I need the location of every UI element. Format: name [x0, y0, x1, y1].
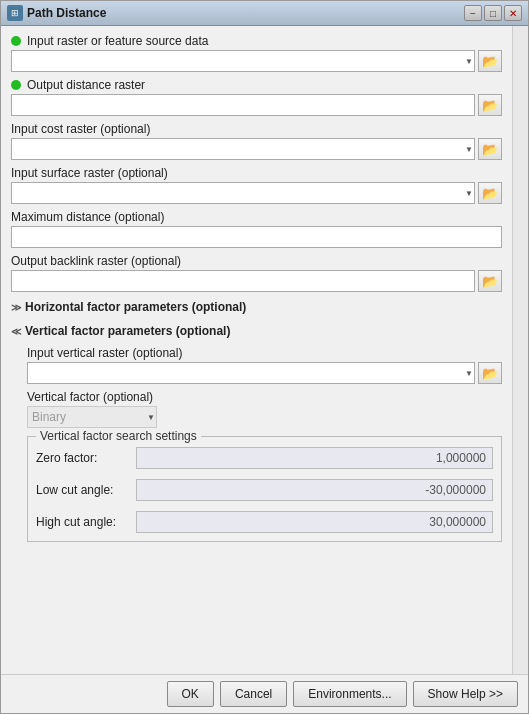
zero-factor-row: Zero factor:: [36, 447, 493, 469]
zero-factor-input[interactable]: [136, 447, 493, 469]
input-surface-select[interactable]: [11, 182, 475, 204]
input-raster-select[interactable]: [11, 50, 475, 72]
output-distance-folder-button[interactable]: 📂: [478, 94, 502, 116]
input-vertical-label: Input vertical raster (optional): [27, 346, 502, 360]
output-distance-label-row: Output distance raster: [11, 78, 502, 92]
input-vertical-select[interactable]: [27, 362, 475, 384]
folder-icon-6: 📂: [482, 366, 498, 381]
input-raster-folder-button[interactable]: 📂: [478, 50, 502, 72]
output-backlink-input[interactable]: [11, 270, 475, 292]
form-content: Input raster or feature source data ▼ 📂: [1, 26, 512, 674]
input-surface-input-row: ▼ 📂: [11, 182, 502, 204]
output-backlink-group: Output backlink raster (optional) 📂: [11, 254, 502, 292]
input-vertical-folder-button[interactable]: 📂: [478, 362, 502, 384]
vertical-factor-group: Vertical factor (optional) Binary ▼: [27, 390, 502, 428]
horizontal-section-label: Horizontal factor parameters (optional): [25, 300, 246, 314]
main-window: ⊞ Path Distance − □ ✕ Input raster or fe…: [0, 0, 529, 714]
vertical-section-header[interactable]: ≪ Vertical factor parameters (optional): [11, 322, 502, 340]
vertical-expand-icon: ≪: [11, 326, 21, 337]
output-distance-input[interactable]: [11, 94, 475, 116]
output-distance-indicator: [11, 80, 21, 90]
folder-icon-2: 📂: [482, 98, 498, 113]
groupbox-title: Vertical factor search settings: [36, 429, 201, 443]
scrollbar[interactable]: [512, 26, 528, 674]
minimize-button[interactable]: −: [464, 5, 482, 21]
titlebar-left: ⊞ Path Distance: [7, 5, 106, 21]
input-raster-label: Input raster or feature source data: [27, 34, 208, 48]
output-distance-label: Output distance raster: [27, 78, 145, 92]
zero-factor-label: Zero factor:: [36, 451, 126, 465]
max-distance-label: Maximum distance (optional): [11, 210, 502, 224]
high-cut-row: High cut angle:: [36, 511, 493, 533]
vertical-factor-groupbox: Vertical factor search settings Zero fac…: [27, 436, 502, 542]
titlebar: ⊞ Path Distance − □ ✕: [1, 1, 528, 26]
input-vertical-input-row: ▼ 📂: [27, 362, 502, 384]
output-backlink-input-row: 📂: [11, 270, 502, 292]
folder-icon-4: 📂: [482, 186, 498, 201]
input-surface-label: Input surface raster (optional): [11, 166, 502, 180]
input-vertical-group: Input vertical raster (optional) ▼ 📂: [27, 346, 502, 384]
max-distance-input-row: [11, 226, 502, 248]
cancel-button[interactable]: Cancel: [220, 681, 287, 707]
input-raster-indicator: [11, 36, 21, 46]
folder-icon-3: 📂: [482, 142, 498, 157]
low-cut-row: Low cut angle:: [36, 479, 493, 501]
high-cut-label: High cut angle:: [36, 515, 126, 529]
input-raster-input-row: ▼ 📂: [11, 50, 502, 72]
vertical-section-content: Input vertical raster (optional) ▼ 📂: [27, 346, 502, 542]
output-distance-group: Output distance raster 📂: [11, 78, 502, 116]
input-vertical-combo-wrapper: ▼: [27, 362, 475, 384]
titlebar-controls: − □ ✕: [464, 5, 522, 21]
groupbox-inner: Zero factor: Low cut angle: High cut ang…: [36, 447, 493, 533]
low-cut-label: Low cut angle:: [36, 483, 126, 497]
input-cost-combo-wrapper: ▼: [11, 138, 475, 160]
horizontal-section-header[interactable]: ≫ Horizontal factor parameters (optional…: [11, 298, 502, 316]
input-surface-folder-button[interactable]: 📂: [478, 182, 502, 204]
input-cost-label: Input cost raster (optional): [11, 122, 502, 136]
input-raster-label-row: Input raster or feature source data: [11, 34, 502, 48]
footer: OK Cancel Environments... Show Help >>: [1, 674, 528, 713]
window-icon: ⊞: [7, 5, 23, 21]
max-distance-input[interactable]: [11, 226, 502, 248]
low-cut-input[interactable]: [136, 479, 493, 501]
input-cost-input-row: ▼ 📂: [11, 138, 502, 160]
input-cost-group: Input cost raster (optional) ▼ 📂: [11, 122, 502, 160]
max-distance-group: Maximum distance (optional): [11, 210, 502, 248]
input-surface-combo-wrapper: ▼: [11, 182, 475, 204]
folder-icon: 📂: [482, 54, 498, 69]
horizontal-collapse-icon: ≫: [11, 302, 21, 313]
ok-button[interactable]: OK: [167, 681, 214, 707]
vertical-factor-label: Vertical factor (optional): [27, 390, 502, 404]
input-surface-group: Input surface raster (optional) ▼ 📂: [11, 166, 502, 204]
input-cost-folder-button[interactable]: 📂: [478, 138, 502, 160]
output-backlink-label: Output backlink raster (optional): [11, 254, 502, 268]
close-button[interactable]: ✕: [504, 5, 522, 21]
high-cut-input[interactable]: [136, 511, 493, 533]
window-title: Path Distance: [27, 6, 106, 20]
restore-button[interactable]: □: [484, 5, 502, 21]
input-cost-select[interactable]: [11, 138, 475, 160]
environments-button[interactable]: Environments...: [293, 681, 406, 707]
input-raster-group: Input raster or feature source data ▼ 📂: [11, 34, 502, 72]
vertical-section-label: Vertical factor parameters (optional): [25, 324, 230, 338]
output-backlink-folder-button[interactable]: 📂: [478, 270, 502, 292]
vertical-factor-combo-wrapper: Binary ▼: [27, 406, 157, 428]
input-raster-combo-wrapper: ▼: [11, 50, 475, 72]
content-area: Input raster or feature source data ▼ 📂: [1, 26, 528, 674]
output-distance-input-row: 📂: [11, 94, 502, 116]
vertical-factor-select[interactable]: Binary: [27, 406, 157, 428]
show-help-button[interactable]: Show Help >>: [413, 681, 518, 707]
folder-icon-5: 📂: [482, 274, 498, 289]
